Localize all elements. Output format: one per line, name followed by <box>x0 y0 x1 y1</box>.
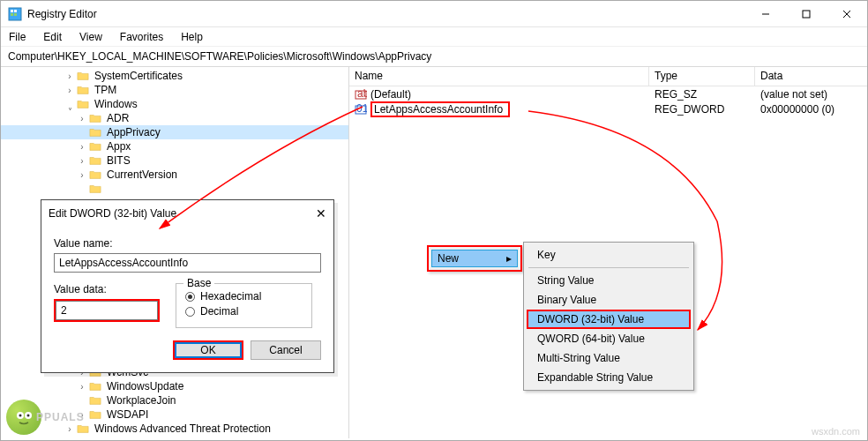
value-data-input[interactable]: 2 <box>54 299 160 322</box>
value-data-label: Value data: <box>54 283 160 295</box>
ctx-dword[interactable]: DWORD (32-bit) Value <box>527 310 691 329</box>
folder-icon <box>89 168 103 181</box>
context-submenu-new: New ▸ <box>427 245 522 272</box>
tree-label: TPM <box>94 84 116 96</box>
col-data[interactable]: Data <box>755 67 867 86</box>
menu-file[interactable]: File <box>6 29 28 45</box>
ctx-multistring[interactable]: Multi-String Value <box>527 348 691 368</box>
address-bar[interactable]: Computer\HKEY_LOCAL_MACHINE\SOFTWARE\Pol… <box>1 47 867 67</box>
col-name[interactable]: Name <box>349 67 649 86</box>
svg-point-16 <box>27 415 30 417</box>
tree-item[interactable]: ›CurrentVersion <box>1 168 348 182</box>
tree-label: Windows Advanced Threat Protection <box>94 422 271 435</box>
svg-text:011: 011 <box>356 103 367 115</box>
dialog-close-button[interactable]: ✕ <box>295 206 326 220</box>
svg-rect-3 <box>11 13 13 16</box>
menubar: File Edit View Favorites Help <box>1 27 867 47</box>
tree-label: ADR <box>107 112 129 124</box>
svg-point-15 <box>19 415 22 417</box>
tree-item[interactable]: ›TPM <box>1 83 348 97</box>
context-new-item[interactable]: New ▸ <box>431 250 518 267</box>
tree-twisty-icon[interactable]: › <box>63 86 77 95</box>
svg-text:ab: ab <box>357 88 367 100</box>
address-text: Computer\HKEY_LOCAL_MACHINE\SOFTWARE\Pol… <box>8 50 431 63</box>
value-icon: ab <box>355 88 367 101</box>
folder-icon <box>89 408 103 421</box>
tree-twisty-icon[interactable]: › <box>63 71 77 81</box>
svg-rect-4 <box>14 13 17 16</box>
tree-item[interactable]: ›ADR <box>1 111 348 125</box>
folder-icon <box>89 183 103 195</box>
ctx-key[interactable]: Key <box>527 245 691 265</box>
base-legend: Base <box>183 277 214 289</box>
tree-item[interactable]: ›BITS <box>1 153 348 168</box>
tree-twisty-icon[interactable]: ˬ <box>63 100 77 109</box>
tree-item[interactable]: AppPrivacy <box>1 125 348 139</box>
ok-button[interactable]: OK <box>173 340 243 360</box>
edit-dword-dialog: Edit DWORD (32-bit) Value ✕ Value name: … <box>41 199 334 373</box>
ctx-binary[interactable]: Binary Value <box>527 290 691 310</box>
svg-rect-1 <box>11 10 13 12</box>
context-submenu-types: Key String Value Binary Value DWORD (32-… <box>523 242 694 391</box>
maximize-button[interactable] <box>786 1 827 26</box>
regedit-icon <box>8 7 22 21</box>
window-title: Registry Editor <box>27 8 745 20</box>
value-name-label: Value name: <box>54 237 321 250</box>
svg-rect-2 <box>14 10 17 12</box>
hex-radio[interactable]: Hexadecimal <box>185 290 303 303</box>
col-type[interactable]: Type <box>649 67 755 86</box>
value-row[interactable]: 011LetAppsAccessAccountInfoREG_DWORD0x00… <box>349 101 867 116</box>
tree-item[interactable]: ›Appx <box>1 139 348 153</box>
folder-icon <box>77 70 91 82</box>
column-headers: Name Type Data <box>349 67 867 86</box>
tree-twisty-icon[interactable]: › <box>75 142 89 152</box>
tree-twisty-icon[interactable]: › <box>75 170 89 180</box>
base-group: Base Hexadecimal Decimal <box>176 283 312 328</box>
tree-item[interactable]: ›SystemCertificates <box>1 69 348 83</box>
folder-icon <box>89 140 103 153</box>
tree-label: BITS <box>107 154 131 167</box>
ctx-qword[interactable]: QWORD (64-bit) Value <box>527 329 691 348</box>
tree-label: Windows <box>94 98 138 110</box>
dec-radio[interactable]: Decimal <box>185 305 303 318</box>
tree-label: SystemCertificates <box>94 70 183 82</box>
folder-icon <box>89 112 103 124</box>
titlebar: Registry Editor <box>1 1 867 27</box>
tree-item[interactable]: ˬWindows <box>1 97 348 111</box>
tree-label: Appx <box>107 140 131 153</box>
appuals-watermark: PPUALS <box>6 400 85 435</box>
tree-label: CurrentVersion <box>107 168 177 181</box>
menu-edit[interactable]: Edit <box>41 29 64 45</box>
tree-item[interactable] <box>1 182 348 196</box>
tree-label: WSDAPI <box>107 408 148 421</box>
menu-view[interactable]: View <box>77 29 105 45</box>
folder-icon <box>77 98 91 110</box>
tree-twisty-icon[interactable]: › <box>75 114 89 123</box>
value-name-input[interactable]: LetAppsAccessAccountInfo <box>54 253 321 273</box>
tree-label: AppPrivacy <box>107 126 161 138</box>
folder-icon <box>89 154 103 167</box>
cancel-button[interactable]: Cancel <box>251 340 321 360</box>
folder-icon <box>89 126 103 138</box>
menu-favorites[interactable]: Favorites <box>117 29 166 45</box>
separator <box>528 267 689 268</box>
folder-icon <box>89 394 103 407</box>
tree-label: WorkplaceJoin <box>107 394 176 407</box>
value-row[interactable]: ab(Default)REG_SZ(value not set) <box>349 86 867 101</box>
source-watermark: wsxdn.com <box>812 426 860 437</box>
folder-icon <box>77 84 91 96</box>
ctx-string[interactable]: String Value <box>527 271 691 290</box>
ctx-expandstring[interactable]: Expandable String Value <box>527 368 691 387</box>
tree-twisty-icon[interactable]: › <box>75 382 89 392</box>
close-button[interactable] <box>827 1 867 26</box>
menu-help[interactable]: Help <box>178 29 206 45</box>
chevron-right-icon: ▸ <box>506 252 512 265</box>
tree-twisty-icon[interactable]: › <box>75 156 89 166</box>
tree-label: WindowsUpdate <box>107 380 183 392</box>
value-icon: 011 <box>355 103 367 116</box>
tree-item[interactable]: ›WindowsUpdate <box>1 379 348 393</box>
svg-rect-6 <box>803 11 810 18</box>
minimize-button[interactable] <box>745 1 786 26</box>
dialog-title: Edit DWORD (32-bit) Value <box>49 207 295 220</box>
folder-icon <box>89 380 103 392</box>
